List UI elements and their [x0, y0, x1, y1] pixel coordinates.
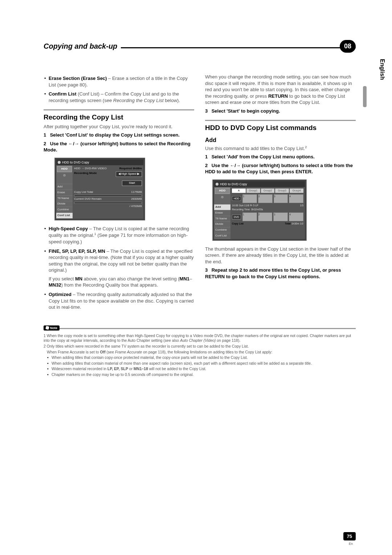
erase-section-label: Erase Section (Erase Sec): [49, 76, 107, 81]
confirm-list-label: Confirm List: [49, 91, 77, 97]
dial-icon: ◎: [214, 195, 230, 204]
step-2: 2 Use the ←/→ (cursor left/right) button…: [44, 141, 194, 153]
sidebar-item: Ttl Name: [214, 216, 230, 222]
thumb: 4: [289, 194, 303, 203]
group-tabs: A Group1 Group2 Group3 Group4: [232, 189, 303, 193]
add-step-3: 3 Repeat step 2 to add more titles to th…: [205, 267, 356, 280]
ss2-titlebar: HDD to DVD Copy: [214, 181, 305, 187]
list-item: Optimized – The recording quality automa…: [49, 291, 194, 311]
thumb: 2: [258, 194, 273, 203]
content-columns: Erase Section (Erase Sec) – Erase a sect…: [44, 74, 356, 313]
left-column: Erase Section (Erase Sec) – Erase a sect…: [44, 74, 194, 313]
sidebar-item: Add: [56, 184, 73, 190]
thumb: 1: [242, 194, 257, 203]
intro-text: After putting together your Copy List, y…: [44, 123, 194, 130]
page-lang: En: [349, 542, 353, 546]
note-bullet: Widescreen material recorded in LP, EP, …: [52, 366, 356, 372]
thumb: 3: [274, 194, 288, 203]
start-button: Start: [122, 181, 142, 186]
screenshot-add-title: HDD to DVD Copy HDD ◎ Add Erase Ttl Name…: [212, 179, 307, 241]
screenshot-recording-settings: HDD to DVD Copy HDD ◎ Add Erase Ttl Name…: [54, 158, 145, 220]
sidebar-item: Combine: [214, 227, 230, 233]
thumb: 4: [289, 212, 303, 221]
language-tab-bar: [363, 86, 367, 107]
page-header: Copying and back-up 08: [44, 47, 356, 48]
thumbnail-note: The thumbnail appears in the Copy List s…: [205, 246, 356, 265]
note-badge: Note: [44, 325, 60, 331]
ss2-main: A Group1 Group2 Group3 Group4 HDD 1 2 3: [230, 187, 305, 239]
hdd-badge: HDD: [57, 166, 72, 172]
disc-icon: [216, 183, 219, 186]
list-item: Confirm List (Conf List) – Confirm the C…: [49, 91, 194, 104]
sidebar-item: Conf List: [214, 233, 230, 239]
sidebar-item-selected: Add: [214, 204, 230, 210]
right-column: When you change the recording mode setti…: [205, 74, 356, 313]
sidebar-item: Divide: [214, 222, 230, 227]
list-item: FINE, SP, LP, EP, SLP, MN – The Copy Lis…: [49, 248, 194, 288]
dial-icon: ◎: [56, 173, 73, 184]
chapter-number-badge: 08: [340, 40, 356, 53]
mode-change-note: When you change the recording mode setti…: [205, 74, 356, 106]
sidebar-item: Erase: [214, 210, 230, 216]
thumb: 3: [273, 212, 288, 221]
list-item: High-Speed Copy – The Copy List is copie…: [49, 226, 194, 245]
ss1-sidebar: HDD ◎ Add Erase Ttl Name Divide Combine …: [56, 165, 73, 219]
language-tab: English: [379, 59, 385, 80]
sidebar-item-selected: Conf List: [56, 213, 73, 219]
list-item: Erase Section (Erase Sec) – Erase a sect…: [49, 75, 194, 88]
thumb: 1: [242, 212, 257, 221]
thumb: 2: [258, 212, 273, 221]
note-bullet: When adding titles that contain material…: [52, 361, 356, 366]
ss2-sidebar: HDD ◎ Add Erase Ttl Name Divide Combine …: [214, 187, 230, 239]
ss1-main: HDD → DVD-RW VIDEORequired 0h08m Recordi…: [73, 165, 143, 219]
sidebar-item: Ttl Name: [56, 196, 73, 202]
sidebar-item: Combine: [56, 207, 73, 213]
subsection-add: Add: [205, 136, 356, 144]
footnote-ref-2: 2: [305, 145, 307, 149]
recording-mode-value: ◀ High Speed ▶: [116, 171, 142, 177]
page-number: 75: [343, 532, 356, 540]
note-bullet: When adding titles that contain copy-onc…: [52, 355, 356, 360]
note-divider: Note: [44, 328, 356, 329]
step-3: 3 Select 'Start' to begin copying.: [205, 108, 356, 114]
manual-page: Copying and back-up 08 English Erase Sec…: [0, 0, 392, 555]
step-1: 1 Select 'Conf List' to display the Copy…: [44, 132, 194, 138]
disc-icon: [58, 161, 61, 164]
add-step-1: 1 Select 'Add' from the Copy List menu o…: [205, 154, 356, 160]
sidebar-item: Divide: [56, 201, 73, 207]
ss1-titlebar: HDD to DVD Copy: [56, 159, 143, 165]
chapter-title: Copying and back-up: [44, 42, 121, 50]
hdd-badge: HDD: [215, 188, 230, 194]
note-bullet: Chapter markers on the copy may be up to…: [52, 372, 356, 377]
sidebar-item: Erase: [56, 190, 73, 196]
section-hdd-dvd-commands: HDD to DVD Copy List commands: [205, 120, 356, 133]
pencil-icon: [45, 326, 49, 330]
add-step-2: 2 Use the ←/→ (cursor left/right) button…: [205, 162, 356, 175]
section-recording-copy-list: Recording the Copy List: [44, 109, 194, 122]
footnotes: 1 When the copy mode is set to something…: [44, 333, 356, 377]
